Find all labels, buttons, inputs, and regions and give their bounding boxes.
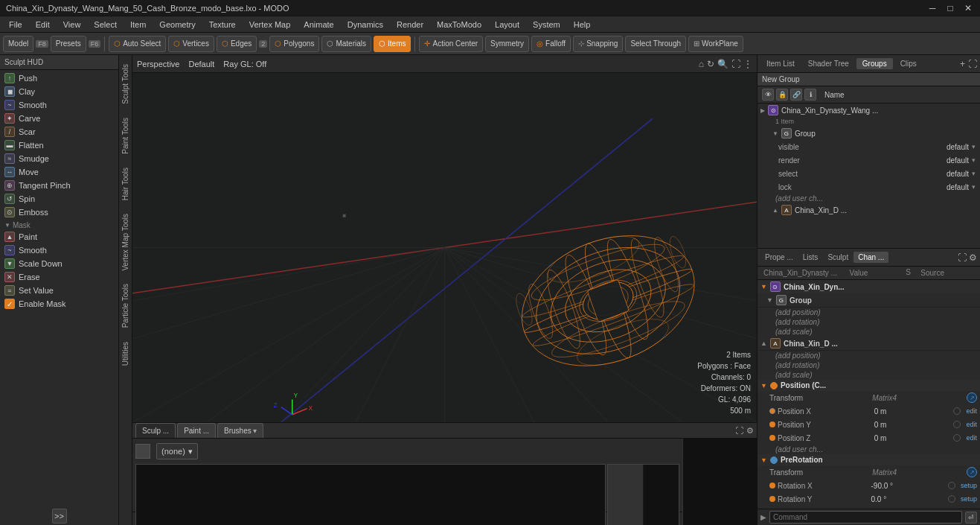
menu-layout[interactable]: Layout — [489, 19, 525, 31]
list-item-group[interactable]: ▼ G Group — [758, 127, 980, 140]
menu-item[interactable]: Item — [124, 19, 152, 31]
paint-tab[interactable]: Paint ... — [177, 423, 216, 438]
props-china-header[interactable]: ▲ A China_Xin_D ... — [758, 337, 980, 351]
model-mode-button[interactable]: Model — [3, 36, 33, 52]
viewport-home-icon[interactable]: ⌂ — [699, 59, 704, 69]
sculpt-tab[interactable]: Sculp ... — [135, 423, 176, 438]
menu-texture[interactable]: Texture — [203, 19, 242, 31]
menu-system[interactable]: System — [527, 19, 566, 31]
minimize-button[interactable]: ─ — [926, 3, 938, 13]
menu-edit[interactable]: Edit — [30, 19, 56, 31]
pos-x-edit[interactable]: edit — [966, 407, 977, 415]
tool-smudge[interactable]: ≈ Smudge — [0, 152, 118, 165]
tool-smooth-mask[interactable]: ~ Smooth — [0, 244, 118, 257]
command-submit-icon[interactable]: ⏎ — [965, 512, 977, 524]
falloff-button[interactable]: ◎ Falloff — [531, 36, 571, 52]
presets-button[interactable]: Presets — [51, 36, 86, 52]
viewport-expand-icon[interactable]: ⛶ — [731, 59, 740, 69]
menu-animate[interactable]: Animate — [298, 19, 339, 31]
command-input[interactable] — [769, 511, 962, 524]
position-section-header[interactable]: ▼ Position (C... — [758, 380, 980, 391]
action-center-button[interactable]: ✛ Action Center — [419, 36, 483, 52]
default-label[interactable]: Default — [188, 60, 214, 69]
tool-tangent-pinch[interactable]: ⊕ Tangent Pinch — [0, 179, 118, 192]
clips-tab[interactable]: Clips — [894, 58, 923, 69]
expand-tools-button[interactable]: >> — [52, 509, 67, 524]
right-bottom-settings-icon[interactable]: ⚙ — [969, 252, 977, 263]
list-item-root[interactable]: ▶ ⊙ China_Xin_Dynasty_Wang ... — [758, 104, 980, 117]
rot-y-radio[interactable] — [948, 495, 955, 503]
raygl-label[interactable]: Ray GL: Off — [223, 60, 266, 69]
3d-viewport[interactable]: X Y Z 2 Items Polygons : Face Channels: … — [132, 73, 757, 422]
perspective-label[interactable]: Perspective — [137, 60, 179, 69]
info-icon[interactable]: ℹ — [804, 89, 816, 101]
pos-x-radio[interactable] — [953, 407, 961, 415]
brushes-tab[interactable]: Brushes ▾ — [217, 423, 263, 438]
prerotation-header[interactable]: ▼ PreRotation — [758, 454, 980, 465]
props-group-header[interactable]: ▼ G Group — [758, 293, 980, 308]
tool-emboss[interactable]: ⊙ Emboss — [0, 206, 118, 219]
snapping-button[interactable]: ⊹ Snapping — [573, 36, 623, 52]
sculpt-tools-tab[interactable]: Sculpt Tools — [120, 58, 131, 110]
tool-push[interactable]: ↑ Push — [0, 71, 118, 85]
right-panel-plus-icon[interactable]: + — [960, 59, 965, 69]
shader-tree-tab[interactable]: Shader Tree — [802, 58, 855, 69]
tool-spin[interactable]: ↺ Spin — [0, 192, 118, 206]
pos-y-edit[interactable]: edit — [966, 421, 977, 428]
tool-scale-down[interactable]: ▼ Scale Down — [0, 257, 118, 270]
tool-erase[interactable]: ✕ Erase — [0, 270, 118, 284]
prerotation-matrix-icon[interactable]: ↗ — [967, 467, 977, 477]
tool-flatten[interactable]: ▬ Flatten — [0, 139, 118, 152]
right-panel-expand-icon[interactable]: ⛶ — [968, 59, 977, 69]
symmetry-button[interactable]: Symmetry — [485, 36, 529, 52]
tool-move[interactable]: ↔ Move — [0, 165, 118, 179]
rot-x-radio[interactable] — [948, 482, 955, 489]
pos-z-radio[interactable] — [953, 434, 961, 442]
link-icon[interactable]: 🔗 — [790, 89, 802, 101]
menu-help[interactable]: Help — [568, 19, 597, 31]
close-button[interactable]: ✕ — [962, 3, 974, 13]
menu-view[interactable]: View — [57, 19, 87, 31]
menu-file[interactable]: File — [3, 19, 28, 31]
menu-maxtomodo[interactable]: MaxToModo — [431, 19, 487, 31]
channels-tab[interactable]: Chan ... — [854, 252, 888, 263]
enable-mask-checkbox[interactable]: ✓ — [4, 299, 15, 309]
menu-geometry[interactable]: Geometry — [153, 19, 201, 31]
particle-tools-tab[interactable]: Particle Tools — [120, 278, 131, 334]
props-root-header[interactable]: ▼ ⊙ China_Xin_Dyn... — [758, 280, 980, 293]
list-item-china[interactable]: ▲ A China_Xin_D ... — [758, 203, 980, 217]
rot-x-setup[interactable]: setup — [961, 482, 977, 489]
tool-scar[interactable]: / Scar — [0, 125, 118, 139]
utilities-tab[interactable]: Utilities — [120, 336, 131, 372]
right-bottom-expand-icon[interactable]: ⛶ — [958, 252, 967, 263]
vp-bottom-expand-icon[interactable]: ⛶ — [735, 426, 743, 435]
menu-vertexmap[interactable]: Vertex Map — [243, 19, 297, 31]
viewport-dots-icon[interactable]: ⋮ — [743, 59, 752, 69]
viewport-rotate-icon[interactable]: ↻ — [707, 59, 714, 69]
matrix-link-icon[interactable]: ↗ — [967, 392, 977, 403]
select-through-button[interactable]: Select Through — [625, 36, 686, 52]
viewport-search-icon[interactable]: 🔍 — [717, 59, 728, 69]
items-button[interactable]: ⬡ Items — [374, 36, 411, 52]
maximize-button[interactable]: □ — [944, 3, 956, 13]
vertex-map-tools-tab[interactable]: Vertex Map Tools — [120, 208, 131, 277]
polygons-button[interactable]: ⬡ Polygons — [269, 36, 319, 52]
workplane-button[interactable]: ⊞ WorkPlane — [688, 36, 743, 52]
pos-y-radio[interactable] — [953, 421, 961, 428]
menu-render[interactable]: Render — [391, 19, 429, 31]
eye-icon[interactable]: 👁 — [762, 89, 774, 101]
tool-enable-mask[interactable]: ✓ Enable Mask — [0, 297, 118, 311]
vp-bottom-settings-icon[interactable]: ⚙ — [746, 426, 754, 436]
brushes-dropdown-arrow[interactable]: ▾ — [253, 427, 257, 435]
lists-tab[interactable]: Lists — [798, 252, 823, 263]
menu-select[interactable]: Select — [88, 19, 123, 31]
auto-select-button[interactable]: ⬡ Auto Select — [109, 36, 166, 52]
menu-dynamics[interactable]: Dynamics — [342, 19, 389, 31]
rot-y-setup[interactable]: setup — [961, 495, 977, 503]
tool-clay[interactable]: ◼ Clay — [0, 85, 118, 98]
pos-z-edit[interactable]: edit — [966, 434, 977, 442]
tool-carve[interactable]: ✦ Carve — [0, 112, 118, 125]
paint-tools-tab[interactable]: Paint Tools — [120, 112, 131, 160]
materials-button[interactable]: ⬡ Materials — [321, 36, 371, 52]
vertices-button[interactable]: ⬡ Vertices — [168, 36, 214, 52]
